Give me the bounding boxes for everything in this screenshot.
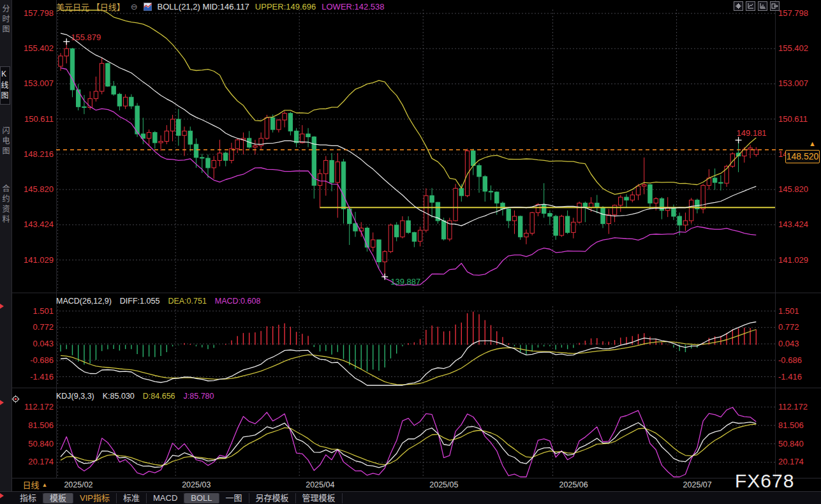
y-axis-label: 50.840 — [778, 439, 804, 448]
y-axis-label: 0.772 — [778, 322, 799, 332]
macd-panel — [61, 311, 756, 385]
signal-icon — [11, 394, 20, 406]
y-axis-label: 153.007 — [778, 78, 808, 88]
y-axis-label: -0.686 — [30, 355, 54, 365]
kdj-d-value: D:84.656 — [143, 392, 175, 401]
y-axis-label: 141.029 — [24, 255, 54, 265]
x-axis-label: 2025/05 — [429, 480, 458, 489]
chart-toolbar — [734, 1, 780, 11]
toolbar-item-save-template[interactable]: 另存模板 — [249, 493, 296, 503]
y-axis-label: -1.416 — [30, 372, 54, 382]
sidebar-item-lightning-chart[interactable]: 闪电图 — [1, 126, 11, 157]
crosshair-icon[interactable] — [734, 1, 743, 11]
watermark: FX678 — [735, 470, 794, 492]
chart-title-bar: 美元日元 【日线】 ⊖ BOLL(21,2) MID:146.117 UPPER… — [56, 2, 385, 11]
y-axis-label: 157.798 — [24, 8, 54, 18]
candlestick-series — [59, 41, 758, 277]
chart-type-icon[interactable] — [144, 3, 152, 11]
y-axis-label: 112.172 — [778, 402, 808, 411]
period-tag: 【日线】 — [92, 3, 125, 12]
panel-splitter-marker[interactable] — [0, 493, 4, 498]
y-axis-label: 81.506 — [778, 420, 804, 430]
y-axis-label: 81.506 — [28, 420, 54, 430]
y-axis-label: 1.501 — [778, 306, 799, 316]
kdj-j-line — [61, 408, 756, 477]
y-axis-label: 150.611 — [778, 114, 808, 124]
y-axis-label: 143.424 — [24, 219, 54, 229]
kdj-k-value: K:85.030 — [103, 392, 135, 401]
y-axis-label: 153.007 — [24, 78, 54, 88]
chart-canvas[interactable]: 157.798157.798155.402155.402153.007153.0… — [0, 0, 821, 504]
boll-upper-label: UPPER:149.696 — [255, 2, 316, 11]
symbol-title: 美元日元 【日线】 — [56, 1, 125, 13]
kdj-j-value: J:85.780 — [184, 392, 214, 401]
boll-lower-label: LOWER:142.538 — [322, 2, 384, 11]
y-axis-label: 0.043 — [33, 339, 54, 348]
export-icon[interactable] — [770, 1, 780, 11]
annotation-high: 155.879 — [71, 33, 101, 42]
current-price-label: 148.520 — [785, 150, 820, 163]
y-axis-label: 145.820 — [24, 184, 54, 194]
kdj-panel — [61, 408, 756, 477]
y-axis-label: 148.216 — [24, 149, 54, 159]
chart-bars-icon[interactable] — [758, 1, 767, 11]
toolbar-item-indicators[interactable]: 指标 — [13, 493, 43, 503]
toolbar-item-boll[interactable]: BOLL — [184, 493, 219, 503]
macd-header: MACD(26,12,9) DIFF:1.055 DEA:0.751 MACD:… — [56, 297, 260, 306]
boll-bands — [61, 10, 756, 285]
macd-diff-line — [61, 322, 756, 386]
y-axis-label: 143.424 — [778, 219, 808, 229]
collapse-icon[interactable]: ⊖ — [131, 3, 138, 11]
kdj-header: KDJ(9,3,3) K:85.030 D:84.656 J:85.780 — [56, 392, 214, 401]
macd-name: MACD(26,12,9) — [56, 297, 112, 306]
chart-application: 157.798157.798155.402155.402153.007153.0… — [0, 0, 821, 504]
period-label: 日线 — [23, 478, 40, 491]
sidebar-item-time-chart[interactable]: 分时图 — [1, 4, 11, 35]
y-axis-label: 20.174 — [28, 457, 54, 466]
y-axis-label: 155.402 — [778, 43, 808, 53]
toolbar-item-vip-indicators[interactable]: VIP指标 — [73, 493, 117, 503]
y-axis-label: 112.172 — [24, 402, 54, 411]
toolbar-item-templates[interactable]: 模板 — [43, 493, 73, 503]
y-axis-label: 150.611 — [24, 114, 54, 124]
sidebar-item-kline-chart[interactable]: K线图 — [0, 66, 10, 105]
boll-mid-label: BOLL(21,2) MID:146.117 — [158, 2, 249, 11]
dropdown-arrow-icon: ▲ — [42, 482, 48, 488]
price-up-arrow-icon: ▲ — [809, 140, 816, 147]
sidebar-item-contract-info[interactable]: 合约资料 — [1, 184, 11, 225]
y-axis-label: 0.043 — [778, 339, 799, 348]
period-selector[interactable]: 日线 ▲ — [12, 479, 58, 490]
y-axis-label: 20.174 — [778, 457, 804, 466]
panel-splitter-marker[interactable] — [0, 304, 4, 309]
y-axis-label: 1.501 — [33, 306, 54, 316]
x-axis-label: 2025/06 — [559, 480, 588, 489]
toolbar-item-manage-templates[interactable]: 管理模板 — [296, 493, 343, 503]
toolbar-item-standard[interactable]: 标准 — [117, 493, 147, 503]
annotation-recent-high: 149.181 — [737, 128, 767, 138]
y-axis-label: 145.820 — [778, 184, 808, 194]
panel-splitter-marker[interactable] — [0, 400, 4, 405]
x-axis-label: 2025/04 — [306, 480, 334, 489]
x-axis-label: 2025/03 — [182, 480, 211, 489]
y-axis-label: 50.840 — [28, 439, 54, 448]
kdj-name: KDJ(9,3,3) — [56, 392, 94, 401]
macd-diff-value: DIFF:1.055 — [120, 297, 160, 306]
boll-upper-line — [61, 10, 756, 195]
x-axis-label: 2025/02 — [64, 480, 92, 489]
y-axis-label: 155.402 — [24, 43, 54, 53]
y-axis-label: -0.686 — [778, 355, 802, 365]
macd-dea-value: DEA:0.751 — [168, 297, 206, 306]
bottom-toolbar: 指标 模板 VIP指标 标准 MACD BOLL 一图 另存模板 管理模板 — [0, 491, 821, 504]
macd-macd-value: MACD:0.608 — [215, 297, 261, 306]
boll-lower-line — [61, 68, 756, 285]
y-axis-label: 0.772 — [33, 322, 54, 332]
annotation-low: 139.887 — [390, 277, 420, 286]
symbol-name: 美元日元 — [56, 3, 89, 12]
toolbar-item-macd[interactable]: MACD — [147, 493, 184, 503]
toolbar-item-one-chart[interactable]: 一图 — [219, 493, 249, 503]
x-axis-label: 2025/07 — [683, 480, 712, 489]
y-axis-label: 157.798 — [778, 8, 808, 18]
left-sidebar: 分时图 K线图 闪电图 合约资料 — [0, 0, 12, 491]
y-axis-label: 141.029 — [778, 255, 808, 265]
chart-scale-icon[interactable] — [746, 1, 755, 11]
